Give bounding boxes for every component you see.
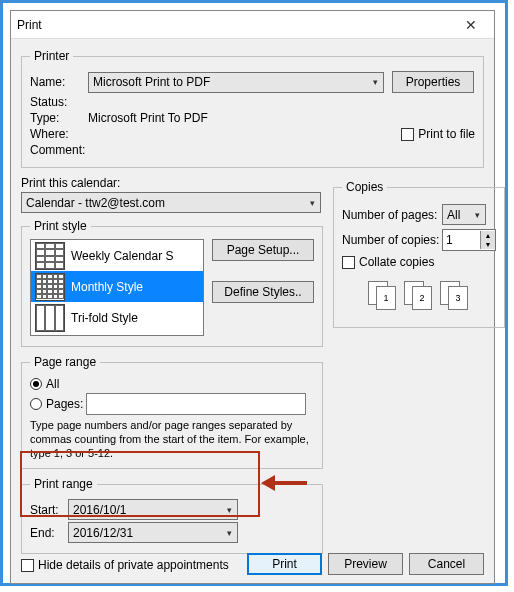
close-icon[interactable]: ✕ <box>454 15 488 35</box>
page-range-pages-radio[interactable] <box>30 398 42 410</box>
print-this-calendar-label: Print this calendar: <box>21 176 323 190</box>
printer-legend: Printer <box>30 49 73 63</box>
hide-details-label: Hide details of private appointments <box>38 558 229 572</box>
cancel-button[interactable]: Cancel <box>409 553 484 575</box>
hide-details-checkbox[interactable] <box>21 559 34 572</box>
print-to-file-checkbox[interactable] <box>401 128 414 141</box>
num-copies-label: Number of copies: <box>342 233 442 247</box>
num-pages-select[interactable]: All ▾ <box>442 204 486 225</box>
printer-name-value: Microsoft Print to PDF <box>93 75 210 89</box>
print-style-list[interactable]: Weekly Calendar S <box>30 239 204 336</box>
page-setup-button[interactable]: Page Setup... <box>212 239 314 261</box>
printer-name-select[interactable]: Microsoft Print to PDF ▾ <box>88 72 384 93</box>
style-item-trifold[interactable]: Tri-fold Style <box>31 302 203 333</box>
properties-button[interactable]: Properties <box>392 71 474 93</box>
where-label: Where: <box>30 127 88 141</box>
print-dialog: Print ✕ Printer Name: Microsoft Print to… <box>10 10 495 584</box>
num-copies-spinner[interactable]: 1 ▲▼ <box>442 229 496 251</box>
printer-group: Printer Name: Microsoft Print to PDF ▾ P… <box>21 49 484 168</box>
type-value: Microsoft Print To PDF <box>88 111 208 125</box>
copies-legend: Copies <box>342 180 387 194</box>
chevron-down-icon: ▾ <box>471 210 483 220</box>
end-date-value: 2016/12/31 <box>73 526 133 540</box>
end-date-select[interactable]: 2016/12/31 ▾ <box>68 522 238 543</box>
page-range-legend: Page range <box>30 355 100 369</box>
calendar-selected: Calendar - ttw2@test.com <box>26 196 165 210</box>
num-pages-label: Number of pages: <box>342 208 442 222</box>
print-range-legend: Print range <box>30 477 97 491</box>
collate-checkbox[interactable] <box>342 256 355 269</box>
spinner-arrows-icon[interactable]: ▲▼ <box>480 231 495 249</box>
monthly-icon <box>35 273 65 301</box>
type-label: Type: <box>30 111 88 125</box>
collate-label: Collate copies <box>359 255 434 269</box>
print-range-group: Print range Start: 2016/10/1 ▾ End: 2016 <box>21 477 323 554</box>
footer-buttons: Print Preview Cancel <box>247 553 484 575</box>
page-range-all-radio[interactable] <box>30 378 42 390</box>
start-date-select[interactable]: 2016/10/1 ▾ <box>68 499 238 520</box>
chevron-down-icon: ▾ <box>369 77 381 87</box>
style-item-monthly[interactable]: Monthly Style <box>31 271 203 302</box>
preview-button[interactable]: Preview <box>328 553 403 575</box>
pages-input[interactable] <box>86 393 306 415</box>
print-button[interactable]: Print <box>247 553 322 575</box>
trifold-icon <box>35 304 65 332</box>
collate-illustration: 1 1 2 2 3 3 <box>342 281 496 311</box>
chevron-down-icon: ▾ <box>223 528 235 538</box>
calendar-select[interactable]: Calendar - ttw2@test.com ▾ <box>21 192 321 213</box>
copies-group: Copies Number of pages: All ▾ Number of … <box>333 180 505 328</box>
page-range-hint: Type page numbers and/or page ranges sep… <box>30 419 314 460</box>
chevron-down-icon: ▾ <box>223 505 235 515</box>
style-item-weekly[interactable]: Weekly Calendar S <box>31 240 203 271</box>
page-range-pages-label: Pages: <box>46 397 86 411</box>
end-label: End: <box>30 526 68 540</box>
name-label: Name: <box>30 75 88 89</box>
define-styles-button[interactable]: Define Styles.. <box>212 281 314 303</box>
comment-label: Comment: <box>30 143 98 157</box>
chevron-down-icon: ▾ <box>306 198 318 208</box>
print-style-group: Print style Weekly Calendar S <box>21 219 323 347</box>
titlebar: Print ✕ <box>11 11 494 39</box>
status-label: Status: <box>30 95 88 109</box>
start-label: Start: <box>30 503 68 517</box>
page-range-group: Page range All Pages: Type page numbers … <box>21 355 323 469</box>
weekly-icon <box>35 242 65 270</box>
page-range-all-label: All <box>46 377 59 391</box>
window-title: Print <box>17 18 454 32</box>
print-style-legend: Print style <box>30 219 91 233</box>
start-date-value: 2016/10/1 <box>73 503 126 517</box>
print-to-file-label: Print to file <box>418 127 475 141</box>
